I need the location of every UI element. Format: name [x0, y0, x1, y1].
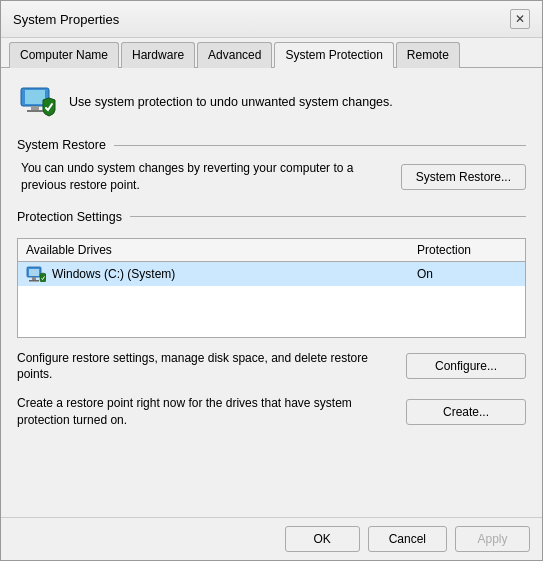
drive-cell: Windows (C:) (System)	[26, 266, 417, 282]
table-row[interactable]: Windows (C:) (System) On	[18, 262, 525, 286]
svg-rect-3	[27, 110, 43, 112]
svg-rect-2	[31, 106, 39, 110]
dialog-title: System Properties	[13, 12, 119, 27]
ok-button[interactable]: OK	[285, 526, 360, 552]
tab-remote[interactable]: Remote	[396, 42, 460, 68]
apply-button[interactable]: Apply	[455, 526, 530, 552]
configure-button[interactable]: Configure...	[406, 353, 526, 379]
tab-bar: Computer Name Hardware Advanced System P…	[1, 38, 542, 68]
system-restore-section: System Restore You can undo system chang…	[17, 138, 526, 194]
dialog-footer: OK Cancel Apply	[1, 517, 542, 560]
protection-cell: On	[417, 267, 517, 281]
drives-table: Available Drives Protection	[17, 238, 526, 338]
system-restore-description: You can undo system changes by reverting…	[21, 160, 389, 194]
svg-rect-5	[29, 269, 39, 276]
system-restore-content: You can undo system changes by reverting…	[17, 160, 526, 194]
system-protection-icon	[17, 82, 57, 122]
title-bar: System Properties ✕	[1, 1, 542, 38]
column-header-drives: Available Drives	[26, 243, 417, 257]
protection-settings-section: Protection Settings Available Drives Pro…	[17, 210, 526, 429]
drive-icon	[26, 266, 46, 282]
info-row: Use system protection to undo unwanted s…	[17, 82, 526, 122]
column-header-protection: Protection	[417, 243, 517, 257]
tab-computer-name[interactable]: Computer Name	[9, 42, 119, 68]
close-button[interactable]: ✕	[510, 9, 530, 29]
tab-system-protection[interactable]: System Protection	[274, 42, 393, 68]
cancel-button[interactable]: Cancel	[368, 526, 447, 552]
svg-rect-6	[32, 277, 36, 280]
configure-row: Configure restore settings, manage disk …	[17, 350, 526, 384]
dialog-content: Use system protection to undo unwanted s…	[1, 68, 542, 517]
svg-rect-7	[29, 280, 39, 282]
table-header: Available Drives Protection	[18, 239, 525, 262]
drives-table-wrapper: Available Drives Protection	[17, 238, 526, 338]
create-description: Create a restore point right now for the…	[17, 395, 394, 429]
info-description: Use system protection to undo unwanted s…	[69, 95, 393, 109]
tab-advanced[interactable]: Advanced	[197, 42, 272, 68]
system-properties-dialog: System Properties ✕ Computer Name Hardwa…	[0, 0, 543, 561]
system-restore-label: System Restore	[17, 138, 526, 152]
create-button[interactable]: Create...	[406, 399, 526, 425]
svg-rect-1	[25, 90, 45, 104]
create-row: Create a restore point right now for the…	[17, 395, 526, 429]
tab-hardware[interactable]: Hardware	[121, 42, 195, 68]
configure-description: Configure restore settings, manage disk …	[17, 350, 394, 384]
system-restore-button[interactable]: System Restore...	[401, 164, 526, 190]
protection-settings-label: Protection Settings	[17, 210, 526, 224]
